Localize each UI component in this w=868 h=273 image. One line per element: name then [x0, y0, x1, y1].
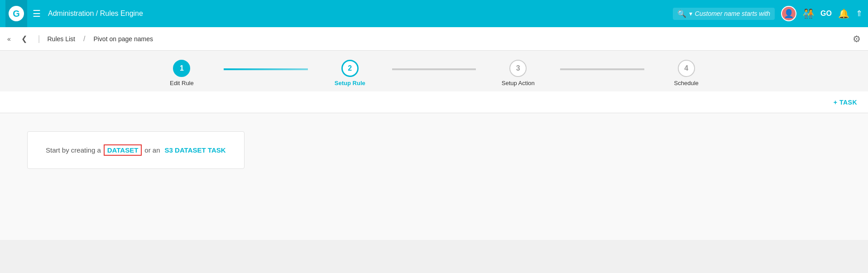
step-2-circle: 2: [341, 60, 359, 77]
s3-dataset-link[interactable]: S3 DATASET TASK: [165, 146, 226, 154]
collapse-button[interactable]: «: [7, 35, 11, 43]
step-3-label: Setup Action: [502, 80, 535, 86]
logo-area: G: [5, 0, 27, 27]
bell-icon[interactable]: 🔔: [838, 8, 849, 19]
search-placeholder-text: Customer name starts with: [695, 10, 771, 17]
step-1-circle: 1: [173, 60, 190, 77]
step-4-label: Schedule: [674, 80, 699, 86]
task-bar: + TASK: [0, 91, 868, 113]
topbar-title: Administration / Rules Engine: [48, 10, 673, 18]
steps-area: 1 2 3 4 Edit Rule: [0, 51, 868, 91]
search-box[interactable]: 🔍 ▾ Customer name starts with: [673, 8, 775, 20]
topbar: G ☰ Administration / Rules Engine 🔍 ▾ Cu…: [0, 0, 868, 27]
dataset-text-middle: or an: [144, 146, 160, 154]
breadcrumb-sep1: /: [83, 35, 85, 43]
settings-icon[interactable]: ⚙: [853, 34, 861, 44]
expand-icon[interactable]: ⇑: [856, 9, 863, 19]
search-icon: 🔍: [677, 10, 686, 18]
back-icon: ❮: [21, 34, 27, 43]
go-label[interactable]: GO: [820, 10, 832, 18]
dataset-text-before: Start by creating a: [46, 146, 101, 154]
logo-letter: G: [13, 9, 20, 19]
users-icon[interactable]: 🧑‍🤝‍🧑: [803, 8, 814, 19]
connector-1-2: [224, 68, 308, 70]
dataset-card: Start by creating a DATASET or an S3 DAT…: [27, 131, 245, 169]
connector-2-3: [392, 68, 476, 70]
step-4-circle: 4: [678, 60, 695, 77]
breadcrumb-rules-list[interactable]: Rules List: [47, 35, 75, 43]
breadcrumb-left: « ❮ | Rules List / Pivot on page names: [7, 33, 153, 45]
hamburger-icon[interactable]: ☰: [33, 8, 41, 19]
dataset-link[interactable]: DATASET: [104, 144, 142, 156]
avatar-icon: 👤: [784, 9, 794, 19]
steps-row: 1 2 3 4: [117, 60, 751, 77]
search-dropdown-arrow[interactable]: ▾: [689, 10, 692, 17]
step-2-label: Setup Rule: [335, 80, 365, 86]
back-button[interactable]: ❮: [18, 33, 31, 45]
breadcrumb-divider: |: [38, 34, 40, 43]
step-2[interactable]: 2: [308, 60, 392, 77]
step-1-label: Edit Rule: [170, 80, 194, 86]
step-3-circle: 3: [509, 60, 527, 77]
main-content: + TASK Start by creating a DATASET or an…: [0, 91, 868, 240]
step-1[interactable]: 1: [140, 60, 224, 77]
connector-3-4: [560, 68, 644, 70]
step-3[interactable]: 3: [476, 60, 560, 77]
add-task-button[interactable]: + TASK: [834, 99, 857, 106]
content-body: Start by creating a DATASET or an S3 DAT…: [0, 113, 868, 240]
breadcrumb-bar: « ❮ | Rules List / Pivot on page names ⚙: [0, 27, 868, 51]
avatar[interactable]: 👤: [781, 6, 796, 21]
step-4[interactable]: 4: [644, 60, 729, 77]
topbar-right: 🔍 ▾ Customer name starts with 👤 🧑‍🤝‍🧑 GO…: [673, 6, 863, 21]
breadcrumb-page-name: Pivot on page names: [93, 35, 153, 43]
logo-g: G: [9, 6, 24, 21]
